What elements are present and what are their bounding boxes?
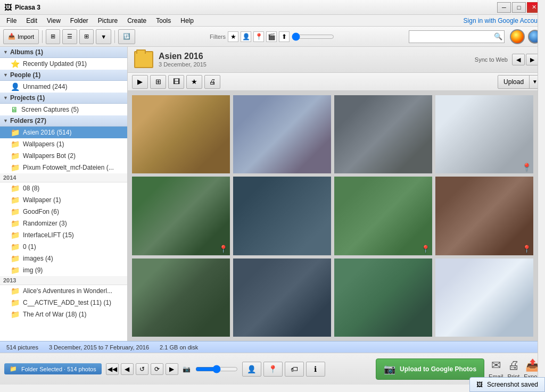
menu-picture[interactable]: Picture <box>94 16 122 26</box>
wallpapers-bot-folder-item[interactable]: 📁 Wallpapers Bot (2) <box>0 150 127 162</box>
folder-icon-9: 📁 <box>11 243 20 251</box>
slideshow-button[interactable]: ▶ <box>132 75 148 89</box>
import-button[interactable]: 📥 Import <box>3 29 39 44</box>
wallpapers-folder-item[interactable]: 📁 Wallpapers (1) <box>0 138 127 150</box>
nav-prev-button[interactable]: ◀ <box>121 363 134 375</box>
menu-edit[interactable]: Edit <box>22 16 42 26</box>
recently-updated-item[interactable]: ⭐ Recently Updated (91) <box>0 58 127 70</box>
minimize-button[interactable]: ─ <box>497 2 511 13</box>
face-filter-icon[interactable]: 👤 <box>241 31 251 42</box>
photo-thumb[interactable] <box>132 95 230 173</box>
location-tool-button[interactable]: 📍 <box>263 362 283 377</box>
list-view-button[interactable]: ☰ <box>62 29 77 44</box>
album-folder-icon <box>134 51 153 68</box>
extra-view-button[interactable]: ▼ <box>96 29 111 44</box>
images-folder-item[interactable]: 📁 images (4) <box>0 253 127 264</box>
photo-thumb[interactable] <box>435 258 533 337</box>
photo-thumb[interactable] <box>132 258 230 337</box>
albums-header-label: Albums (1) <box>10 48 43 56</box>
menu-create[interactable]: Create <box>123 16 151 26</box>
info-tool-button[interactable]: ℹ <box>306 362 325 377</box>
projects-section-header[interactable]: ▼ Projects (1) <box>0 93 127 104</box>
pixum-folder-item[interactable]: 📁 Pixum Fotowelt_mcf-Dateien (... <box>0 162 127 173</box>
nav-next-button[interactable]: ▶ <box>166 363 178 375</box>
goodfon-folder-item[interactable]: 📁 GoodFon (6) <box>0 206 127 218</box>
photo-thumb[interactable] <box>334 95 432 173</box>
star-filter-icon[interactable]: ★ <box>228 31 238 42</box>
collage-icon: ⊞ <box>155 78 161 86</box>
album-header: Asien 2016 3 December, 2015 Sync to Web … <box>128 47 545 73</box>
upload-filter-icon[interactable]: ⬆ <box>279 31 290 42</box>
album-title: Asien 2016 <box>159 52 207 61</box>
location-pin-icon: 📍 <box>522 163 531 171</box>
film-button[interactable]: 🎞 <box>168 75 184 89</box>
bottom-nav-buttons: ◀◀ ◀ ↺ ⟳ ▶ 📷 <box>106 363 238 375</box>
unnamed-person-item[interactable]: 👤 Unnamed (244) <box>0 81 127 93</box>
grid-view-button[interactable]: ⊞ <box>79 29 94 44</box>
08-folder-item[interactable]: 📁 08 (8) <box>0 182 127 194</box>
art-of-war-label: The Art of War (18) (1) <box>23 311 87 318</box>
photo-thumb[interactable] <box>334 258 432 337</box>
active-add-folder-item[interactable]: 📁 C__ACTIVE_ADD_test (11) (1) <box>0 297 127 308</box>
screen-captures-item[interactable]: 🖥 Screen Captures (5) <box>0 104 127 115</box>
filter-slider[interactable] <box>292 32 334 41</box>
disk-size: 2.1 GB on disk <box>160 344 198 351</box>
alice-folder-item[interactable]: 📁 Alice's Adventures in Wonderl... <box>0 285 127 297</box>
play-icon: ▶ <box>137 78 143 86</box>
randomizer-folder-item[interactable]: 📁 Randomizer (3) <box>0 218 127 229</box>
nav-sync-button[interactable]: ⟳ <box>151 363 163 375</box>
print-button[interactable]: 🖨 <box>204 75 220 89</box>
upload-button[interactable]: Upload ▼ <box>498 75 541 89</box>
wallpaper-folder-item[interactable]: 📁 Wallpaper (1) <box>0 194 127 206</box>
interfacelift-folder-item[interactable]: 📁 InterfaceLIFT (15) <box>0 229 127 241</box>
search-input[interactable] <box>409 30 505 43</box>
import-icon: 📥 <box>8 33 15 40</box>
nav-prev-prev-button[interactable]: ◀◀ <box>106 363 119 375</box>
location-filter-icon[interactable]: 📍 <box>253 31 264 42</box>
maximize-button[interactable]: □ <box>512 2 526 13</box>
photo-thumb[interactable]: 📍 <box>334 177 432 255</box>
sign-in-link[interactable]: Sign in with Google Account <box>464 17 543 24</box>
photo-thumb[interactable] <box>233 177 331 255</box>
person-icon: 👤 <box>11 82 20 91</box>
zero-folder-item[interactable]: 📁 0 (1) <box>0 241 127 253</box>
photo-thumb[interactable] <box>233 95 331 173</box>
view-toggle-button[interactable]: ⊞ <box>46 29 60 44</box>
folder-thumb-icon: 📁 <box>10 365 17 372</box>
photo-thumb[interactable]: 📍 <box>132 177 230 255</box>
album-date: 3 December, 2015 <box>159 61 207 68</box>
people-tool-button[interactable]: 👤 <box>242 362 261 377</box>
folder-icon-7: 📁 <box>11 219 20 228</box>
picasa-small-icon: 🖼 <box>476 381 483 388</box>
screenshot-saved-text: Screenshot saved <box>487 381 538 388</box>
menu-folder[interactable]: Folder <box>66 16 93 26</box>
film-icon: 🎞 <box>173 78 180 86</box>
tag-tool-button[interactable]: 🏷 <box>285 362 304 377</box>
zoom-slider[interactable] <box>195 365 238 373</box>
nav-refresh-button[interactable]: ↺ <box>136 363 148 375</box>
menu-help[interactable]: Help <box>176 16 198 26</box>
art-of-war-folder-item[interactable]: 📁 The Art of War (18) (1) <box>0 308 127 320</box>
back-button[interactable]: 🔃 <box>118 29 135 44</box>
asien-2016-folder-item[interactable]: 📁 Asien 2016 (514) <box>0 127 127 138</box>
star-button[interactable]: ★ <box>186 75 202 89</box>
menu-tools[interactable]: Tools <box>152 16 175 26</box>
albums-section-header[interactable]: ▼ Albums (1) <box>0 47 127 58</box>
img-folder-item[interactable]: 📁 img (9) <box>0 264 127 276</box>
menu-file[interactable]: File <box>2 16 21 26</box>
sync-btn-2[interactable]: ▶ <box>526 54 539 65</box>
email-action[interactable]: ✉ Email <box>489 358 503 380</box>
people-section-header[interactable]: ▼ People (1) <box>0 70 127 81</box>
folders-section-header[interactable]: ▼ Folders (27) <box>0 115 127 127</box>
photo-thumb[interactable] <box>233 258 331 337</box>
photo-thumb[interactable]: 📍 <box>435 95 533 173</box>
sync-btn-1[interactable]: ◀ <box>512 54 525 65</box>
collage-button[interactable]: ⊞ <box>150 75 166 89</box>
search-icon[interactable]: 🔍 <box>493 31 503 42</box>
upload-google-photos-button[interactable]: 📷 Upload to Google Photos <box>376 358 484 380</box>
asien-2016-label: Asien 2016 (514) <box>23 129 71 136</box>
print-action[interactable]: 🖨 Print <box>508 358 520 380</box>
photo-thumb[interactable]: 📍 <box>435 177 533 255</box>
menu-view[interactable]: View <box>43 16 65 26</box>
video-filter-icon[interactable]: 🎬 <box>266 31 277 42</box>
